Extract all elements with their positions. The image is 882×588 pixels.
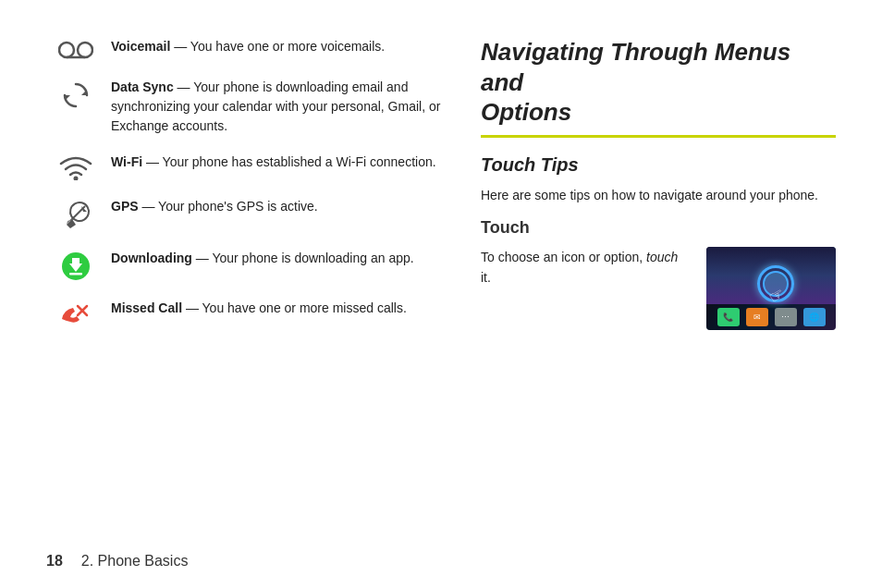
wifi-icon-area: [55, 153, 96, 180]
voicemail-icon-area: [55, 37, 96, 61]
datasync-icon-area: [55, 78, 96, 111]
voicemail-icon: [58, 39, 93, 61]
wifi-icon: [59, 154, 92, 180]
svg-marker-4: [65, 95, 70, 101]
list-item: Data Sync — Your phone is downloading em…: [55, 78, 444, 136]
intro-text: Here are some tips on how to navigate ar…: [481, 185, 836, 205]
svg-point-0: [59, 43, 74, 57]
footer: 18 2. Phone Basics: [46, 553, 188, 570]
yellow-divider: [481, 135, 836, 138]
list-item: GPS — Your phone's GPS is active.: [55, 197, 444, 232]
downloading-desc: — Your phone is downloading an app.: [192, 251, 414, 265]
touch-text: To choose an icon or option, touch it.: [481, 247, 692, 288]
svg-rect-13: [72, 258, 80, 264]
gps-icon: [59, 199, 92, 232]
missedcall-label: Missed Call: [111, 300, 182, 315]
downloading-text: Downloading — Your phone is downloading …: [111, 249, 444, 268]
missedcall-text: Missed Call — You have one or more misse…: [111, 299, 444, 318]
datasync-label: Data Sync: [111, 80, 174, 94]
svg-marker-3: [81, 90, 87, 95]
wifi-label: Wi-Fi: [111, 154, 142, 169]
missedcall-desc: — You have one or more missed calls.: [182, 300, 407, 315]
list-item: Wi-Fi — Your phone has established a Wi-…: [55, 153, 444, 180]
gps-label: GPS: [111, 199, 139, 214]
list-item: Downloading — Your phone is downloading …: [55, 249, 444, 282]
downloading-label: Downloading: [111, 251, 192, 265]
downloading-icon-area: [55, 249, 96, 282]
phone-screenshot: ☞ 📞 ✉ ⋯ 🌐: [706, 247, 836, 330]
app-icon-row: 📞 ✉ ⋯ 🌐: [706, 308, 836, 326]
page-number: 18: [46, 553, 63, 570]
download-icon: [60, 251, 92, 282]
wifi-text: Wi-Fi — Your phone has established a Wi-…: [111, 153, 444, 172]
missed-call-icon: [59, 300, 92, 328]
voicemail-label: Voicemail: [111, 39, 170, 54]
gps-text: GPS — Your phone's GPS is active.: [111, 197, 444, 216]
touch-heading: Touch: [481, 218, 836, 238]
voicemail-text: Voicemail — You have one or more voicema…: [111, 37, 444, 56]
list-item: Voicemail — You have one or more voicema…: [55, 37, 444, 61]
email-icon-box: ✉: [746, 308, 768, 326]
browser-icon-box: 🌐: [803, 308, 826, 326]
list-item: Missed Call — You have one or more misse…: [55, 299, 444, 328]
left-column: Voicemail — You have one or more voicema…: [55, 37, 444, 560]
wifi-desc: — Your phone has established a Wi-Fi con…: [142, 154, 436, 169]
svg-point-5: [74, 177, 79, 181]
sync-icon: [60, 80, 92, 111]
datasync-text: Data Sync — Your phone is downloading em…: [111, 78, 444, 136]
gps-desc: — Your phone's GPS is active.: [139, 199, 318, 214]
gps-icon-area: [55, 197, 96, 232]
svg-point-1: [78, 43, 92, 57]
footer-label: 2. Phone Basics: [81, 553, 189, 570]
voicemail-desc: — You have one or more voicemails.: [170, 39, 385, 54]
subsection-title: Touch Tips: [481, 154, 836, 176]
touch-content: To choose an icon or option, touch it. ☞…: [481, 247, 836, 330]
right-column: Navigating Through Menus and Options Tou…: [481, 37, 836, 560]
section-title: Navigating Through Menus and Options: [481, 37, 836, 128]
call-icon-box: 📞: [717, 308, 740, 326]
missedcall-icon-area: [55, 299, 96, 328]
apps-icon-box: ⋯: [775, 308, 797, 326]
svg-rect-14: [69, 273, 82, 276]
